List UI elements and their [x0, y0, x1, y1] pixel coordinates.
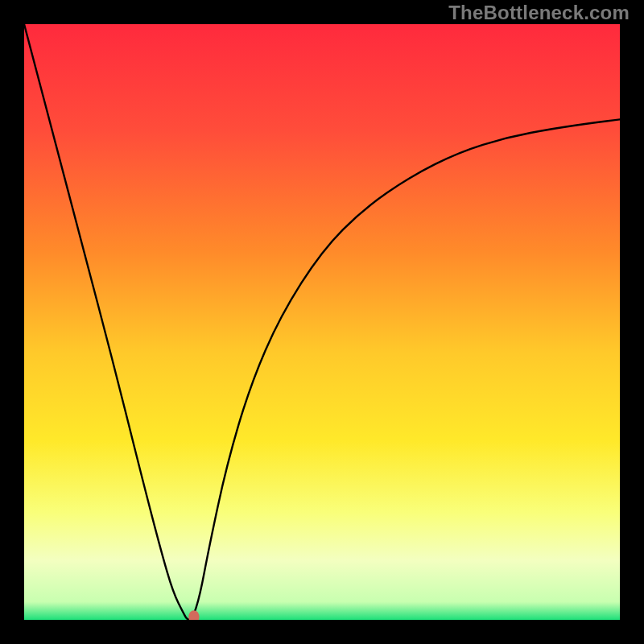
bottleneck-plot-svg	[24, 24, 620, 620]
chart-frame: TheBottleneck.com	[0, 0, 644, 644]
plot-background	[24, 24, 620, 620]
watermark-text: TheBottleneck.com	[448, 2, 630, 24]
plot-area	[24, 24, 620, 620]
